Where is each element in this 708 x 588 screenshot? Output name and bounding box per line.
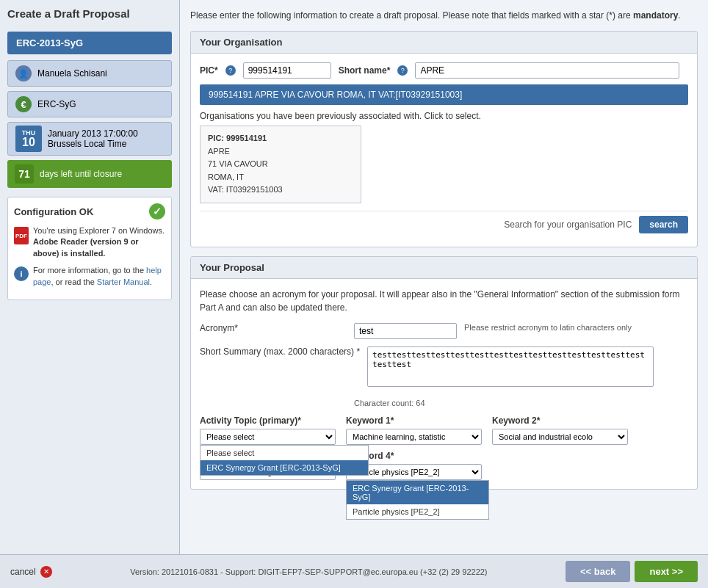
summary-row: Short Summary (max. 2000 characters) * C… bbox=[200, 346, 688, 408]
org-section-body: PIC* ? Short name* ? 999514191 APRE VIA … bbox=[191, 54, 697, 247]
proposal-section: Your Proposal Please choose an acronym f… bbox=[190, 256, 698, 490]
org-name: APRE bbox=[208, 145, 353, 159]
pic-row: PIC* ? Short name* ? bbox=[200, 62, 688, 79]
search-org-label: Search for your organisation PIC bbox=[504, 219, 632, 230]
activity-col: Activity Topic (primary)* Please select … bbox=[200, 415, 336, 445]
org-section-header: Your Organisation bbox=[191, 32, 697, 54]
short-name-help-icon[interactable]: ? bbox=[397, 65, 408, 76]
config-pdf-text: You're using Explorer 7 on Windows. Adob… bbox=[33, 225, 165, 259]
main-content: Please enter the following information t… bbox=[180, 0, 708, 554]
assoc-label: Organisations you have been previously a… bbox=[200, 111, 688, 121]
char-count: Character count: 64 bbox=[354, 399, 425, 407]
org-card[interactable]: PIC: 999514191 APRE 71 VIA CAVOUR ROMA, … bbox=[200, 126, 361, 203]
sidebar-date-item: THU 10 January 2013 17:00:00 Brussels Lo… bbox=[7, 122, 172, 156]
acronym-label: Acronym* bbox=[200, 323, 347, 333]
days-left-label: days left until closure bbox=[40, 169, 122, 179]
user-icon: 👤 bbox=[15, 65, 32, 81]
kw1-label: Keyword 1* bbox=[346, 415, 482, 426]
sidebar-username: Manuela Schisani bbox=[37, 68, 107, 79]
activity-dropdown[interactable]: Please select ERC Synergy Grant [ERC-201… bbox=[200, 445, 369, 476]
sidebar-user-item: 👤 Manuela Schisani bbox=[7, 60, 172, 87]
page-intro: Please enter the following information t… bbox=[190, 9, 698, 22]
org-pic: PIC: 999514191 bbox=[208, 132, 353, 145]
org-city: ROMA, IT bbox=[208, 171, 353, 184]
pic-input[interactable] bbox=[243, 62, 331, 79]
config-check-icon: ✓ bbox=[149, 203, 165, 219]
cancel-label: cancel bbox=[10, 567, 36, 577]
sidebar-title: Create a Draft Proposal bbox=[7, 7, 172, 24]
org-section: Your Organisation PIC* ? Short name* ? 9… bbox=[190, 31, 698, 247]
sidebar-date-text: January 2013 17:00:00 Brussels Local Tim… bbox=[48, 128, 138, 149]
sidebar-program: ERC-2013-SyG bbox=[7, 32, 172, 54]
pic-label: PIC* bbox=[200, 65, 218, 76]
kw4-dropdown[interactable]: ERC Synergy Grant [ERC-2013-SyG] Particl… bbox=[346, 480, 489, 520]
acronym-row: Acronym* Please restrict acronym to lati… bbox=[200, 323, 688, 339]
org-vat: VAT: IT03929151003 bbox=[208, 184, 353, 197]
keywords-row-1: Activity Topic (primary)* Please select … bbox=[200, 415, 688, 445]
euro-icon: € bbox=[15, 96, 32, 112]
days-count: 71 bbox=[15, 164, 34, 184]
bottom-bar: cancel ✕ Version: 20121016-0831 - Suppor… bbox=[0, 554, 708, 588]
nav-buttons: << back next >> bbox=[566, 561, 698, 582]
kw1-col: Keyword 1* Machine learning, statistic bbox=[346, 415, 482, 445]
proposal-section-header: Your Proposal bbox=[191, 257, 697, 279]
kw1-select[interactable]: Machine learning, statistic bbox=[346, 429, 482, 445]
org-street: 71 VIA CAVOUR bbox=[208, 158, 353, 171]
kw2-select[interactable]: Social and industrial ecolo bbox=[492, 429, 628, 445]
cancel-x-icon: ✕ bbox=[40, 566, 52, 578]
version-text: Version: 20121016-0831 - Support: DIGIT-… bbox=[130, 567, 487, 576]
sidebar: Create a Draft Proposal ERC-2013-SyG 👤 M… bbox=[0, 0, 180, 554]
dropdown-option-please-select[interactable]: Please select bbox=[201, 446, 368, 460]
cancel-button[interactable]: cancel ✕ bbox=[10, 566, 52, 578]
dropdown-option-erc[interactable]: ERC Synergy Grant [ERC-2013-SyG] bbox=[201, 460, 368, 475]
kw4-dropdown-option-particle[interactable]: Particle physics [PE2_2] bbox=[347, 504, 488, 519]
search-org-button[interactable]: search bbox=[639, 216, 688, 233]
kw4-dropdown-option-erc[interactable]: ERC Synergy Grant [ERC-2013-SyG] bbox=[347, 481, 488, 504]
summary-wrapper bbox=[367, 346, 654, 389]
sidebar-days-item: 71 days left until closure bbox=[7, 160, 172, 188]
config-item-pdf: PDF You're using Explorer 7 on Windows. … bbox=[14, 225, 165, 259]
proposal-section-body: Please choose an acronym for your propos… bbox=[191, 279, 697, 489]
config-title: Configuration OK ✓ bbox=[14, 203, 165, 219]
calendar-day-num: 10 bbox=[22, 137, 35, 148]
summary-label: Short Summary (max. 2000 characters) * bbox=[200, 346, 360, 357]
kw2-label: Keyword 2* bbox=[492, 415, 628, 426]
config-box: Configuration OK ✓ PDF You're using Expl… bbox=[7, 197, 172, 300]
proposal-desc: Please choose an acronym for your propos… bbox=[200, 288, 688, 314]
activity-select[interactable]: Please select ERC Synergy Grant [ERC-201… bbox=[200, 429, 336, 445]
search-org-row: Search for your organisation PIC search bbox=[200, 211, 688, 238]
sidebar-erc-label: ERC-SyG bbox=[37, 99, 76, 109]
summary-textarea[interactable] bbox=[367, 346, 654, 387]
acronym-hint: Please restrict acronym to latin charact… bbox=[464, 323, 632, 332]
pdf-icon: PDF bbox=[14, 227, 29, 244]
next-button[interactable]: next >> bbox=[635, 561, 698, 582]
info-icon: i bbox=[14, 266, 29, 281]
pic-help-icon[interactable]: ? bbox=[225, 65, 236, 76]
activity-label: Activity Topic (primary)* bbox=[200, 415, 336, 426]
kw2-col: Keyword 2* Social and industrial ecolo bbox=[492, 415, 628, 445]
starter-manual-link[interactable]: Starter Manual bbox=[97, 277, 150, 286]
org-highlight-row[interactable]: 999514191 APRE VIA CAVOUR ROMA, IT VAT:[… bbox=[200, 84, 688, 105]
short-name-label: Short name* bbox=[339, 65, 391, 76]
acronym-input[interactable] bbox=[354, 323, 457, 339]
back-button[interactable]: << back bbox=[566, 561, 630, 582]
activity-wrapper: Please select ERC Synergy Grant [ERC-201… bbox=[200, 429, 336, 445]
calendar-icon: THU 10 bbox=[15, 126, 42, 152]
short-name-input[interactable] bbox=[415, 62, 679, 79]
config-info-text: For more information, go to the help pag… bbox=[33, 265, 165, 288]
config-item-info: i For more information, go to the help p… bbox=[14, 265, 165, 288]
sidebar-erc-item: € ERC-SyG bbox=[7, 91, 172, 117]
